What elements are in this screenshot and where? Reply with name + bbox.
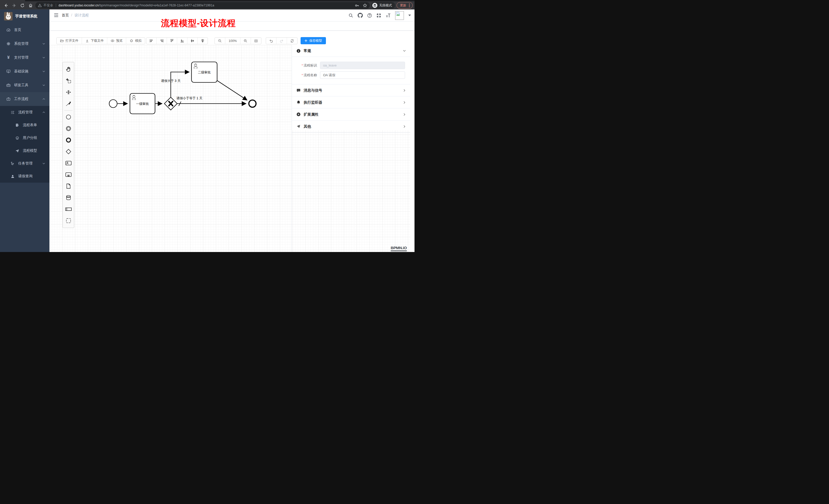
comment-icon	[296, 88, 300, 92]
align-top-icon[interactable]	[167, 38, 177, 44]
space-tool[interactable]	[63, 86, 74, 98]
sidebar-item-process-mgmt[interactable]: 流程管理	[0, 106, 49, 119]
start-event[interactable]	[109, 100, 117, 108]
key-icon[interactable]	[355, 3, 359, 8]
sidebar-item-process-form[interactable]: 流程表单	[0, 119, 49, 131]
lasso-tool[interactable]	[63, 75, 74, 86]
section-other[interactable]: 其他	[292, 120, 410, 132]
security-label: 不安全	[43, 3, 53, 8]
create-group[interactable]	[63, 215, 74, 226]
preview-button[interactable]: 预览	[107, 38, 126, 44]
chevron-right-icon	[403, 89, 406, 92]
sidebar-item-infra[interactable]: 基础设施	[0, 65, 49, 78]
yen-icon: ¥	[6, 55, 11, 60]
sidebar-item-label: 任务管理	[18, 161, 33, 166]
fullscreen-icon[interactable]	[376, 13, 381, 18]
home-icon[interactable]	[27, 2, 34, 9]
create-call-activity[interactable]	[63, 169, 74, 180]
toolbox-icon	[6, 83, 11, 87]
bpmn-io-logo[interactable]: BPMN.iO	[391, 245, 407, 251]
collapse-sidebar-icon[interactable]	[53, 12, 59, 18]
align-horizontal-center-icon[interactable]	[197, 38, 208, 44]
sidebar-item-devtools[interactable]: 研发工具	[0, 78, 49, 92]
exclusive-gateway[interactable]	[165, 97, 177, 110]
zoom-out-icon[interactable]	[215, 38, 225, 44]
save-model-button[interactable]: 保存模型	[300, 37, 326, 44]
github-icon[interactable]	[358, 13, 363, 18]
url-bar[interactable]: 不安全 dashboard.yudao.iocoder.cn/bpm/manag…	[35, 2, 370, 9]
sidebar-item-leave-query[interactable]: 请假查询	[0, 170, 49, 183]
breadcrumb-home[interactable]: 首页	[62, 13, 69, 18]
sidebar-item-user-group[interactable]: 用户分组	[0, 131, 49, 144]
simulate-button[interactable]: 模拟	[126, 38, 145, 44]
paper-plane-icon	[15, 149, 20, 153]
menu-dots-icon[interactable]	[409, 3, 410, 7]
align-bottom-icon[interactable]	[177, 38, 187, 44]
sidebar-item-task-mgmt[interactable]: 任务管理	[0, 157, 49, 170]
sidebar-item-workflow[interactable]: 工作流程	[0, 92, 49, 106]
end-event[interactable]	[249, 100, 256, 107]
font-size-icon[interactable]	[386, 13, 391, 18]
forward-icon[interactable]	[11, 2, 17, 9]
eye-icon	[111, 39, 114, 43]
refresh-icon[interactable]	[287, 38, 297, 44]
sidebar-item-payment[interactable]: ¥ 支付管理	[0, 51, 49, 65]
create-user-task[interactable]	[63, 157, 74, 169]
align-left-icon[interactable]	[146, 38, 156, 44]
caret-down-icon[interactable]	[408, 14, 411, 17]
reload-icon[interactable]	[19, 2, 26, 9]
chevron-down-icon	[42, 84, 45, 87]
create-start-event[interactable]	[63, 111, 74, 123]
bpmn-canvas[interactable]: 请假大于 3 天 请假小于等于 1 天 一级审批	[49, 45, 414, 252]
sidebar-item-process-model[interactable]: 流程模型	[0, 144, 49, 157]
svg-text:二级审批: 二级审批	[198, 71, 211, 74]
monitor-icon	[6, 69, 11, 74]
chevron-up-icon	[42, 111, 45, 114]
gear-icon	[6, 41, 11, 46]
create-gateway[interactable]	[63, 146, 74, 157]
sidebar-item-system[interactable]: 系统管理	[0, 37, 49, 51]
flow-gateway-to-task2	[171, 72, 189, 98]
sidebar-item-label: 工作流程	[14, 97, 28, 101]
properties-panel: 常规 *流程标识 *流程名称 消息与信号 执行监听器	[292, 45, 410, 130]
create-data-store[interactable]	[63, 192, 74, 203]
open-file-button[interactable]: 打开文件	[57, 38, 82, 44]
warning-icon	[38, 4, 42, 7]
avatar[interactable]	[395, 11, 404, 20]
info-icon	[296, 49, 300, 53]
global-connect-tool[interactable]	[63, 98, 74, 110]
zoom-in-icon[interactable]	[240, 38, 251, 44]
section-general[interactable]: 常规	[292, 45, 410, 57]
user-task-level1[interactable]: 一级审批	[130, 93, 155, 114]
redo-icon[interactable]	[276, 38, 287, 44]
star-icon[interactable]	[363, 3, 367, 8]
reset-viewport-icon[interactable]	[251, 38, 261, 44]
undo-icon[interactable]	[266, 38, 276, 44]
section-execution-listener[interactable]: 执行监听器	[292, 96, 410, 109]
help-icon[interactable]	[367, 13, 372, 18]
incognito-chip: 无痕模式	[371, 2, 395, 9]
search-icon[interactable]	[349, 13, 353, 18]
hand-tool[interactable]	[63, 64, 74, 75]
process-key-input[interactable]	[320, 62, 405, 69]
create-participant-pool[interactable]	[63, 203, 74, 215]
flow-label-greater3[interactable]: 请假大于 3 天	[161, 79, 181, 83]
sidebar-item-label: 支付管理	[14, 55, 28, 60]
flow-label-lessEq1[interactable]: 请假小于等于 1 天	[176, 96, 203, 100]
section-messages-signals[interactable]: 消息与信号	[292, 84, 410, 96]
sidebar-item-home[interactable]: 首页	[0, 23, 49, 37]
back-icon[interactable]	[3, 2, 9, 9]
process-name-input[interactable]	[320, 71, 405, 79]
download-file-button[interactable]: 下载文件	[82, 38, 107, 44]
update-button[interactable]: 更新	[397, 2, 413, 9]
app-title: 芋道管理系统	[15, 14, 37, 19]
section-extended-properties[interactable]: 扩展属性	[292, 109, 410, 120]
create-end-event[interactable]	[63, 134, 74, 146]
app-logo[interactable]: 芋道管理系统	[0, 9, 49, 23]
create-intermediate-event[interactable]	[63, 123, 74, 134]
create-data-object[interactable]	[63, 180, 74, 192]
user-task-level2[interactable]: 二级审批	[191, 62, 217, 82]
align-right-icon[interactable]	[156, 38, 167, 44]
align-vertical-center-icon[interactable]	[187, 38, 197, 44]
svg-text:一级审批: 一级审批	[136, 102, 149, 106]
